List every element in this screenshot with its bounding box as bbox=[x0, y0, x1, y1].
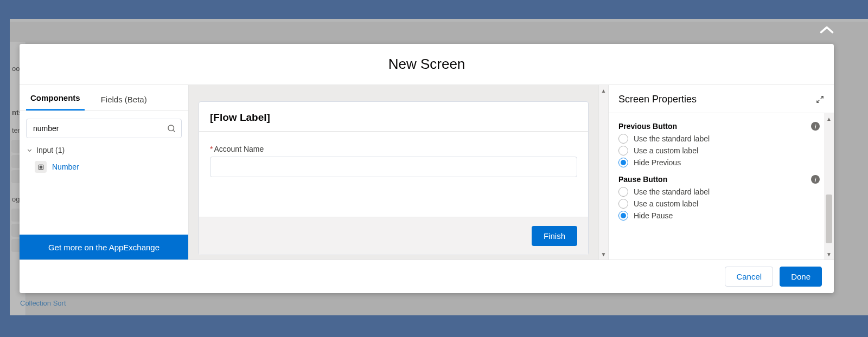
svg-point-3 bbox=[168, 125, 174, 131]
search-icon[interactable] bbox=[167, 124, 176, 133]
required-asterisk: * bbox=[210, 145, 213, 153]
pause-option-standard[interactable]: Use the standard label bbox=[618, 187, 834, 197]
component-group-input[interactable]: Input (1) bbox=[20, 144, 188, 158]
field-label-account-name: *Account Name bbox=[210, 145, 577, 153]
tab-fields[interactable]: Fields (Beta) bbox=[97, 89, 151, 111]
svg-line-4 bbox=[173, 130, 175, 132]
radio-icon bbox=[618, 134, 628, 144]
component-item-number[interactable]: Number bbox=[20, 158, 188, 176]
done-button[interactable]: Done bbox=[780, 267, 822, 287]
info-icon[interactable]: i bbox=[811, 122, 820, 131]
panel-collapse-icon[interactable] bbox=[819, 25, 834, 35]
modal-footer: Cancel Done bbox=[20, 260, 834, 293]
chevron-down-icon bbox=[26, 147, 33, 154]
canvas-scrollbar[interactable]: ▲ ▼ bbox=[598, 85, 608, 260]
component-search-input[interactable] bbox=[26, 119, 182, 138]
svg-line-8 bbox=[817, 100, 819, 102]
scroll-up-icon[interactable]: ▲ bbox=[599, 86, 608, 95]
pause-option-hide[interactable]: Hide Pause bbox=[618, 211, 834, 221]
collection-sort-item[interactable]: Collection Sort bbox=[20, 299, 66, 307]
section-previous-button: Previous Button i bbox=[618, 122, 834, 131]
appexchange-button[interactable]: Get more on the AppExchange bbox=[20, 235, 188, 260]
modal-title: New Screen bbox=[388, 56, 465, 73]
pause-option-custom[interactable]: Use a custom label bbox=[618, 199, 834, 209]
radio-icon bbox=[618, 211, 628, 221]
component-group-label: Input (1) bbox=[36, 146, 65, 154]
radio-icon bbox=[618, 187, 628, 197]
scroll-down-icon[interactable]: ▼ bbox=[824, 250, 834, 258]
properties-panel: Screen Properties Previous Button i Use … bbox=[608, 85, 834, 260]
prev-option-standard[interactable]: Use the standard label bbox=[618, 134, 834, 144]
screen-preview-card[interactable]: [Flow Label] *Account Name Finish bbox=[199, 101, 589, 255]
properties-scrollbar[interactable]: ▲ ▼ bbox=[824, 113, 834, 260]
modal-header: New Screen bbox=[20, 44, 834, 85]
radio-icon bbox=[618, 146, 628, 155]
info-icon[interactable]: i bbox=[811, 175, 820, 184]
radio-icon bbox=[618, 199, 628, 209]
left-tabs: Components Fields (Beta) bbox=[20, 85, 188, 111]
scroll-thumb[interactable] bbox=[826, 195, 832, 243]
screen-canvas: [Flow Label] *Account Name Finish bbox=[189, 85, 598, 260]
new-screen-modal: New Screen Components Fields (Beta) bbox=[20, 44, 834, 293]
finish-button[interactable]: Finish bbox=[532, 226, 577, 246]
prev-option-custom[interactable]: Use a custom label bbox=[618, 146, 834, 155]
components-panel: Components Fields (Beta) Input (1) bbox=[20, 85, 189, 260]
component-item-label: Number bbox=[52, 163, 79, 171]
svg-line-7 bbox=[821, 96, 823, 99]
tab-components[interactable]: Components bbox=[26, 88, 85, 111]
section-pause-button: Pause Button i bbox=[618, 175, 834, 184]
properties-title: Screen Properties bbox=[618, 94, 697, 105]
component-type-icon bbox=[35, 161, 47, 173]
expand-icon[interactable] bbox=[816, 95, 824, 103]
radio-icon bbox=[618, 158, 628, 167]
account-name-input[interactable] bbox=[210, 157, 577, 177]
prev-option-hide[interactable]: Hide Previous bbox=[618, 158, 834, 167]
scroll-up-icon[interactable]: ▲ bbox=[824, 114, 834, 123]
cancel-button[interactable]: Cancel bbox=[725, 267, 773, 287]
scroll-down-icon[interactable]: ▼ bbox=[599, 250, 608, 258]
svg-rect-6 bbox=[40, 166, 42, 168]
flow-label-placeholder: [Flow Label] bbox=[210, 112, 577, 124]
